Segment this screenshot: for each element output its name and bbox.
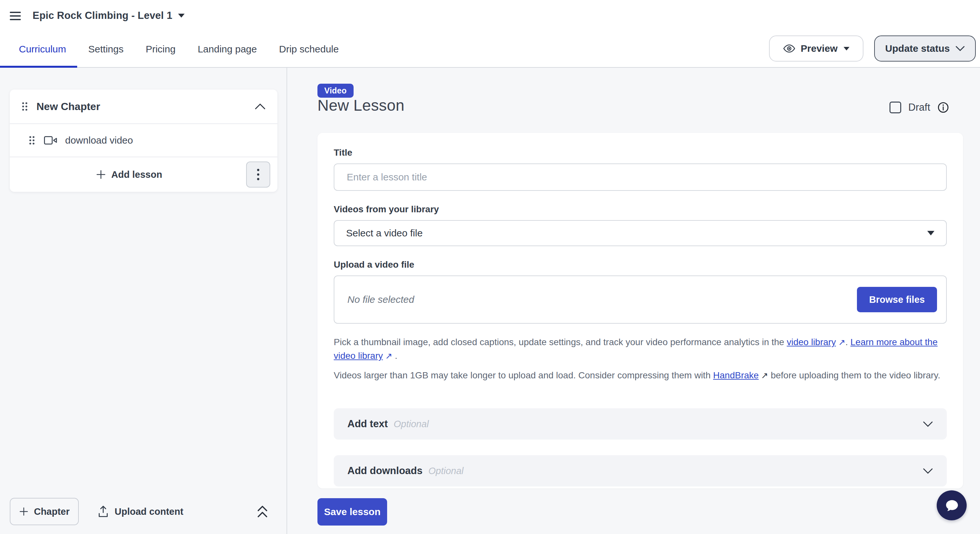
lesson-form-card: Title Videos from your library Select a … bbox=[317, 133, 963, 488]
add-chapter-button[interactable]: Chapter bbox=[10, 498, 79, 525]
chapter-title: New Chapter bbox=[37, 101, 100, 113]
tab-label: Pricing bbox=[146, 44, 175, 55]
text-segment: . bbox=[392, 351, 398, 361]
caret-down-icon bbox=[843, 47, 850, 51]
chevron-down-icon bbox=[923, 468, 933, 474]
add-text-label: Add text bbox=[347, 418, 388, 430]
tab-settings[interactable]: Settings bbox=[77, 31, 134, 67]
chat-bubble-icon bbox=[943, 497, 960, 514]
lesson-type-badge: Video bbox=[317, 84, 353, 98]
title-field-label: Title bbox=[334, 147, 947, 158]
add-downloads-label: Add downloads bbox=[347, 465, 423, 477]
sidebar-footer: Chapter Upload content bbox=[10, 498, 277, 525]
text-segment: Videos larger than 1GB may take longer t… bbox=[334, 370, 713, 380]
upload-content-button[interactable]: Upload content bbox=[97, 505, 183, 518]
update-status-button[interactable]: Update status bbox=[874, 35, 976, 62]
chapter-header[interactable]: New Chapter bbox=[10, 89, 277, 123]
draft-toggle: Draft bbox=[889, 102, 949, 113]
upload-icon bbox=[97, 505, 110, 518]
text-segment: ↗ bbox=[759, 370, 768, 380]
select-value: Select a video file bbox=[346, 227, 423, 239]
upload-content-label: Upload content bbox=[115, 506, 183, 517]
page-title: New Lesson bbox=[317, 96, 404, 114]
add-chapter-label: Chapter bbox=[34, 506, 70, 517]
no-file-text: No file selected bbox=[347, 294, 414, 305]
browse-files-button[interactable]: Browse files bbox=[857, 287, 937, 312]
compression-help-text: Videos larger than 1GB may take longer t… bbox=[334, 369, 947, 396]
inline-link[interactable]: video library bbox=[787, 337, 836, 347]
update-status-label: Update status bbox=[885, 43, 950, 54]
tab-label: Landing page bbox=[197, 44, 257, 55]
chapter-options-button[interactable] bbox=[246, 162, 270, 188]
text-segment: ↗ bbox=[383, 351, 392, 361]
lesson-title-input[interactable] bbox=[334, 164, 947, 191]
text-segment: Pick a thumbnail image, add closed capti… bbox=[334, 337, 787, 347]
drag-handle-icon[interactable] bbox=[21, 102, 28, 111]
chevron-up-icon[interactable] bbox=[255, 103, 266, 110]
tab-label: Curriculum bbox=[19, 44, 66, 55]
draft-label: Draft bbox=[908, 102, 930, 113]
course-title: Epic Rock Climbing - Level 1 bbox=[33, 10, 172, 22]
preview-button[interactable]: Preview bbox=[769, 35, 864, 62]
draft-checkbox[interactable] bbox=[889, 102, 901, 113]
text-segment: ↗ bbox=[836, 337, 845, 347]
lesson-item[interactable]: download video bbox=[10, 123, 277, 157]
preview-label: Preview bbox=[800, 43, 837, 54]
chapter-card: New Chapter download video bbox=[10, 89, 277, 192]
kebab-menu-icon bbox=[257, 168, 259, 181]
lesson-title: download video bbox=[65, 135, 133, 146]
info-icon[interactable] bbox=[937, 102, 949, 113]
curriculum-sidebar: New Chapter download video bbox=[0, 68, 287, 534]
hamburger-menu-icon[interactable] bbox=[10, 12, 21, 20]
text-segment: . bbox=[845, 337, 850, 347]
video-library-help-text: Pick a thumbnail image, add closed capti… bbox=[334, 335, 947, 363]
add-lesson-button[interactable]: Add lesson bbox=[96, 169, 162, 180]
add-lesson-row: Add lesson bbox=[10, 157, 277, 192]
add-text-accordion[interactable]: Add text Optional bbox=[334, 408, 947, 440]
eye-icon bbox=[783, 42, 795, 55]
text-segment: before uploading them to the video libra… bbox=[768, 370, 940, 380]
optional-label: Optional bbox=[428, 466, 464, 476]
content-area: New Chapter download video bbox=[0, 68, 980, 534]
caret-down-icon bbox=[927, 231, 934, 235]
chevron-down-icon bbox=[923, 421, 933, 427]
file-upload-dropzone[interactable]: No file selected Browse files bbox=[334, 275, 947, 324]
double-chevron-up-icon bbox=[256, 504, 269, 519]
tab-label: Drip schedule bbox=[279, 44, 339, 55]
plus-icon bbox=[19, 507, 29, 517]
tab-curriculum[interactable]: Curriculum bbox=[0, 31, 77, 67]
topbar: Epic Rock Climbing - Level 1 bbox=[0, 0, 980, 31]
collapse-all-button[interactable] bbox=[256, 504, 269, 519]
add-lesson-label: Add lesson bbox=[111, 169, 162, 180]
chevron-down-icon bbox=[956, 46, 965, 51]
header-actions: Preview Update status bbox=[769, 35, 976, 62]
tabbar: Curriculum Settings Pricing Landing page… bbox=[0, 31, 980, 68]
plus-icon bbox=[96, 169, 106, 180]
video-camera-icon bbox=[44, 135, 57, 146]
course-switcher[interactable]: Epic Rock Climbing - Level 1 bbox=[33, 10, 185, 22]
drag-handle-icon[interactable] bbox=[29, 135, 35, 145]
optional-label: Optional bbox=[394, 419, 429, 429]
save-lesson-button[interactable]: Save lesson bbox=[317, 498, 387, 526]
upload-field-label: Upload a video file bbox=[334, 259, 947, 270]
tab-label: Settings bbox=[88, 44, 123, 55]
add-downloads-accordion[interactable]: Add downloads Optional bbox=[334, 455, 947, 486]
chat-widget-button[interactable] bbox=[937, 490, 967, 520]
video-library-select[interactable]: Select a video file bbox=[334, 220, 947, 246]
library-field-label: Videos from your library bbox=[334, 204, 947, 215]
tab-landing-page[interactable]: Landing page bbox=[186, 31, 268, 67]
lesson-editor: Video New Lesson Draft Title Videos from… bbox=[287, 68, 980, 534]
tab-drip-schedule[interactable]: Drip schedule bbox=[268, 31, 350, 67]
inline-link[interactable]: HandBrake bbox=[713, 370, 759, 380]
caret-down-icon bbox=[178, 14, 185, 17]
tab-pricing[interactable]: Pricing bbox=[134, 31, 186, 67]
